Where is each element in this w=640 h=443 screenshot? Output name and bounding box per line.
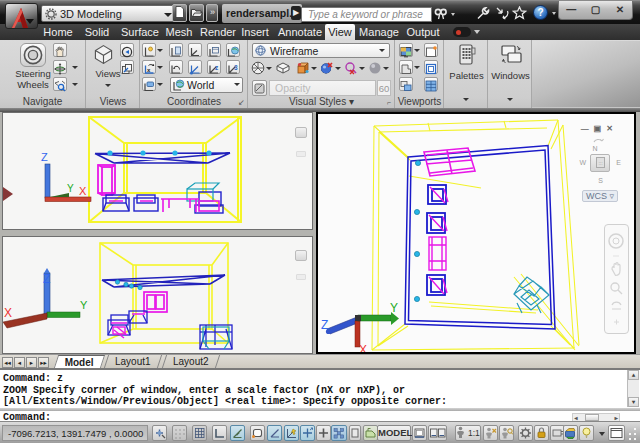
svg-text:3: 3 [234, 64, 238, 71]
svg-text:z: z [215, 64, 219, 71]
svg-text:X: X [4, 306, 12, 320]
svg-text:X: X [79, 185, 87, 197]
svg-text:Z: Z [321, 318, 328, 332]
svg-text:Y: Y [67, 183, 74, 194]
svg-text:Z: Z [43, 272, 50, 286]
svg-text:Z: Z [41, 151, 48, 163]
svg-text:Y: Y [390, 301, 398, 315]
svg-text:x: x [147, 67, 151, 73]
svg-text:Y: Y [80, 299, 88, 311]
svg-text:X: X [359, 343, 367, 352]
